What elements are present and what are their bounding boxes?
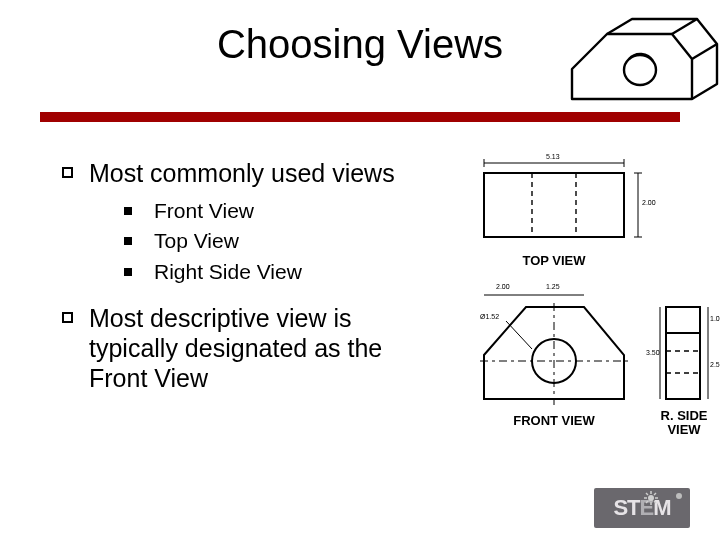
filled-square-bullet-icon xyxy=(124,268,132,276)
svg-point-23 xyxy=(648,495,654,501)
filled-square-bullet-icon xyxy=(124,207,132,215)
sub-bullet-2-text: Top View xyxy=(154,228,239,254)
bullet-1: Most commonly used views xyxy=(62,158,442,188)
logo-gear-icon xyxy=(644,491,658,505)
dim-front-wl: 2.00 xyxy=(496,283,510,290)
dim-side-h: 3.50 xyxy=(646,349,660,356)
svg-line-31 xyxy=(646,501,648,503)
slide: Choosing Views Most commonly used views … xyxy=(0,0,720,540)
sub-bullet-3-text: Right Side View xyxy=(154,259,302,285)
dim-side-top: 1.00 xyxy=(710,315,720,322)
front-view-label: FRONT VIEW xyxy=(494,413,614,428)
logo-text: STEM xyxy=(613,495,670,521)
content-area: Most commonly used views Front View Top … xyxy=(62,158,442,401)
dim-hole-dia: Ø1.52 xyxy=(480,313,499,320)
sub-bullet-2: Top View xyxy=(124,228,442,254)
bullet-1-text: Most commonly used views xyxy=(89,158,395,188)
dim-top-width: 5.13 xyxy=(546,153,560,160)
dim-top-height: 2.00 xyxy=(642,199,656,206)
side-view-label: R. SIDE VIEW xyxy=(660,409,708,436)
svg-line-29 xyxy=(654,501,656,503)
square-bullet-icon xyxy=(62,312,73,323)
square-bullet-icon xyxy=(62,167,73,178)
bullet-2-text: Most descriptive view is typically desig… xyxy=(89,303,442,393)
svg-line-15 xyxy=(506,321,532,349)
sub-bullet-1-text: Front View xyxy=(154,198,254,224)
filled-square-bullet-icon xyxy=(124,237,132,245)
sub-bullet-3: Right Side View xyxy=(124,259,442,285)
svg-rect-1 xyxy=(484,173,624,237)
logo-dot-icon xyxy=(676,493,682,499)
stem-logo: STEM xyxy=(594,488,690,528)
isometric-drawing xyxy=(552,4,720,124)
svg-line-30 xyxy=(654,493,656,495)
sub-bullet-1: Front View xyxy=(124,198,442,224)
sub-bullet-list: Front View Top View Right Side View xyxy=(124,198,442,285)
dim-front-wr: 1.25 xyxy=(546,283,560,290)
multiview-drawing: TOP VIEW FRONT VIEW R. SIDE VIEW 5.13 2.… xyxy=(466,155,712,455)
bullet-2: Most descriptive view is typically desig… xyxy=(62,303,442,393)
top-view-label: TOP VIEW xyxy=(504,253,604,268)
svg-rect-16 xyxy=(666,307,700,399)
svg-line-28 xyxy=(646,493,648,495)
dim-side-bot: 2.50 xyxy=(710,361,720,368)
